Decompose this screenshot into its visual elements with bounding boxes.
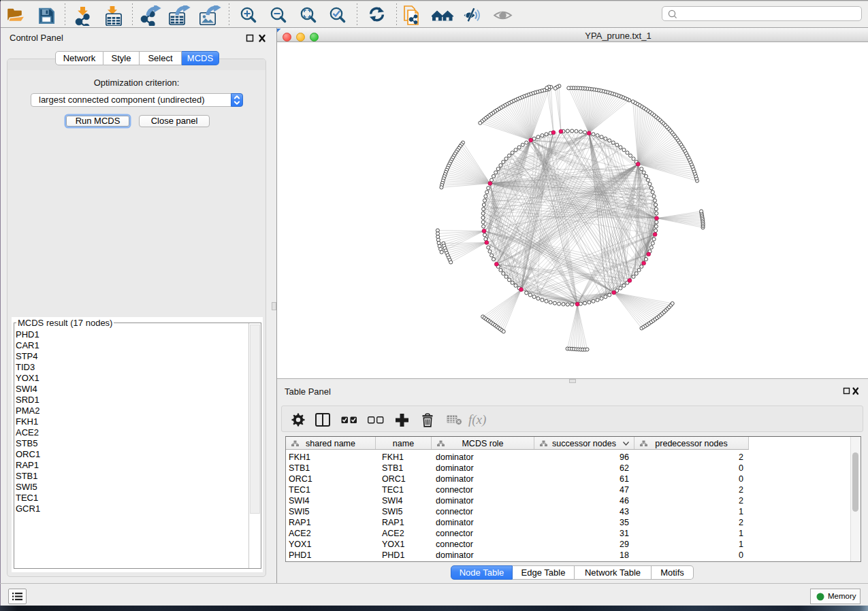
svg-text:f(x): f(x) (468, 412, 486, 427)
